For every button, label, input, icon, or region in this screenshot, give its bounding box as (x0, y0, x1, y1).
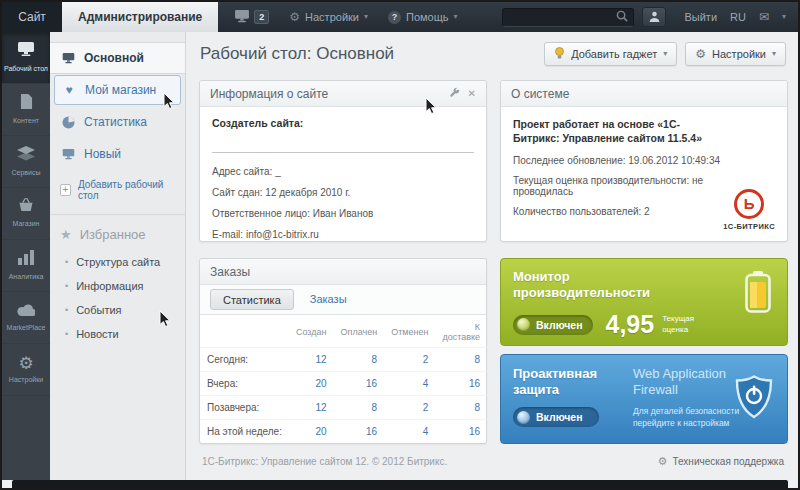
gear-icon: ⚙ (658, 456, 668, 467)
order-count-link[interactable]: 2 (423, 354, 429, 365)
orders-tabs: Статистика Заказы (200, 285, 486, 315)
sidebar-item-new-desktop[interactable]: Новый (50, 138, 185, 170)
sidebar-item-content[interactable]: Контент (2, 84, 50, 136)
info-label: E-mail: (212, 229, 243, 240)
site-info-body: Создатель сайта: Адрес сайта: _ Сайт сда… (200, 107, 486, 260)
order-count-link[interactable]: 20 (315, 426, 326, 437)
info-row: Адрес сайта: _ (212, 166, 474, 177)
mail-icon[interactable]: ✉ (759, 11, 769, 23)
row-label: На этой неделе: (200, 420, 289, 444)
sidebar-item-desktop[interactable]: Рабочий стол (2, 32, 50, 84)
logout-link[interactable]: Выйти (684, 11, 717, 23)
order-count-link[interactable]: 2 (423, 402, 429, 413)
order-count-link[interactable]: 16 (366, 378, 377, 389)
favorite-item-information[interactable]: • Информация (50, 274, 185, 298)
chevron-down-icon: ▾ (454, 13, 458, 21)
sidebar-item-label: Настройки (7, 376, 45, 385)
orders-column-empty (200, 315, 289, 348)
order-count-link[interactable]: 20 (315, 378, 326, 389)
lightbulb-icon (554, 47, 565, 62)
sidebar-item-statistics[interactable]: Статистика (50, 106, 185, 138)
order-count-link[interactable]: 16 (469, 426, 480, 437)
favorite-item-label: Новости (76, 328, 119, 340)
about-system-widget: О системе Проект работает на основе «1С-… (500, 80, 788, 242)
protection-status-toggle[interactable]: Включен (513, 407, 599, 427)
document-icon (20, 94, 33, 113)
desktop-settings-button[interactable]: ⚙ Настройки ▾ (685, 42, 786, 66)
settings-menu-label: Настройки (305, 11, 359, 23)
search-input[interactable] (508, 11, 616, 23)
sidebar-item-my-shop[interactable]: ♥ Мой магазин (54, 75, 181, 105)
monitor-icon (234, 10, 250, 25)
bitrix-logo-icon: Ь (734, 189, 764, 219)
sidebar-item-label: Мой магазин (85, 83, 156, 97)
tab-site[interactable]: Сайт (2, 2, 62, 32)
sidebar-item-main-desktop[interactable]: Основной (50, 42, 185, 74)
order-count-link[interactable]: 12 (315, 402, 326, 413)
chevron-down-icon[interactable]: ▾ (782, 13, 786, 21)
page-title: Рабочий стол: Основной (200, 44, 394, 64)
language-label: RU (730, 11, 746, 23)
basket-icon (18, 198, 34, 216)
footer: 1С-Битрикс: Управление сайтом 12. © 2012… (186, 456, 798, 472)
notifications-button[interactable]: 2 (234, 10, 269, 25)
sidebar-item-label: Магазин (10, 220, 41, 229)
language-selector[interactable]: RU (730, 11, 746, 23)
performance-title: Монитор производительности (513, 269, 693, 300)
close-icon[interactable]: ✕ (468, 88, 476, 99)
bitrix-logo-text: 1С-БИТРИКС (723, 222, 775, 231)
favorite-item-structure[interactable]: • Структура сайта (50, 250, 185, 274)
gear-icon: ⚙ (18, 355, 33, 372)
order-count-link[interactable]: 8 (372, 354, 378, 365)
row-label: Позавчера: (200, 396, 289, 420)
topbar: Сайт Администрирование 2 ⚙ Настройки ▾ ?… (2, 2, 798, 32)
favorites-header: ★ Избранное (50, 221, 185, 250)
user-button[interactable] (642, 7, 666, 27)
order-count-link[interactable]: 12 (315, 354, 326, 365)
sidebar-item-services[interactable]: Сервисы (2, 136, 50, 188)
settings-menu[interactable]: ⚙ Настройки ▾ (289, 11, 368, 23)
bullet-icon: • (65, 282, 68, 291)
bullet-icon: • (65, 330, 68, 339)
cloud-icon (17, 302, 35, 320)
performance-status-toggle[interactable]: Включен (513, 315, 593, 335)
tab-orders[interactable]: Заказы (298, 289, 359, 310)
tab-admin[interactable]: Администрирование (62, 2, 218, 32)
support-label: Техническая поддержка (672, 456, 784, 467)
performance-score-caption: Текущая оценка (662, 314, 706, 335)
order-count-link[interactable]: 8 (372, 402, 378, 413)
sidebar-item-marketplace[interactable]: MarketPlace (2, 292, 50, 344)
sidebar-item-analytics[interactable]: Аналитика (2, 240, 50, 292)
order-count-link[interactable]: 8 (474, 354, 480, 365)
support-link[interactable]: ⚙ Техническая поддержка (658, 456, 784, 467)
info-row: Ответственное лицо: Иван Иванов (212, 208, 474, 219)
favorite-item-label: Информация (76, 280, 143, 292)
battery-icon (745, 271, 771, 317)
table-row: На этой неделе: 20 16 4 16 (200, 420, 487, 444)
favorites-title-label: Избранное (80, 227, 146, 242)
wrench-icon[interactable] (449, 87, 460, 100)
protection-status-label: Включен (536, 411, 582, 423)
favorite-item-events[interactable]: • События (50, 298, 185, 322)
creator-label: Создатель сайта: (212, 117, 474, 129)
favorite-item-news[interactable]: • Новости (50, 322, 185, 346)
order-count-link[interactable]: 16 (469, 378, 480, 389)
order-count-link[interactable]: 4 (423, 426, 429, 437)
order-count-link[interactable]: 8 (474, 402, 480, 413)
sidebar-item-settings[interactable]: ⚙ Настройки (2, 344, 50, 396)
sidebar-item-shop[interactable]: Магазин (2, 188, 50, 240)
add-gadget-button[interactable]: Добавить гаджет ▾ (544, 42, 677, 66)
orders-table-header-row: Создан Оплачен Отменен К доставке (200, 315, 487, 348)
order-count-link[interactable]: 4 (423, 378, 429, 389)
tab-statistics[interactable]: Статистика (210, 289, 294, 310)
layers-icon (17, 146, 35, 165)
add-desktop-label: Добавить рабочий стол (78, 179, 175, 201)
help-menu[interactable]: ? Помощь ▾ (388, 11, 458, 24)
chevron-down-icon: ▾ (663, 50, 667, 58)
order-count-link[interactable]: 16 (366, 426, 377, 437)
bitrix-logo: Ь 1С-БИТРИКС (723, 189, 775, 231)
pie-chart-icon (60, 116, 76, 129)
add-desktop-link[interactable]: + Добавить рабочий стол (50, 170, 185, 206)
row-label: Вчера: (200, 372, 289, 396)
sidebar-item-label: Основной (84, 51, 144, 65)
